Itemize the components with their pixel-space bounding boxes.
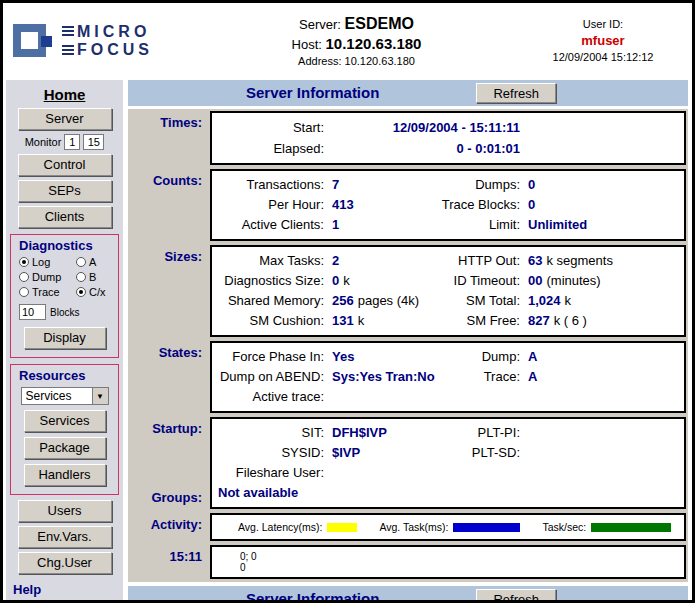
app-window: MICRO FOCUS Server: ESDEMO Host: 10.120.… [0,0,695,603]
monitor-interval-input[interactable] [64,134,80,150]
field-value: A [520,367,678,387]
refresh-button-top[interactable]: Refresh [476,83,556,103]
field-value: 0 [520,175,678,195]
control-button[interactable]: Control [18,154,112,176]
blocks-input[interactable] [19,304,46,320]
field-value [324,387,436,407]
states-box: Force Phase In: Yes Dump: A Dump on ABEN… [210,341,686,413]
server-button[interactable]: Server [18,108,112,130]
start-label: Start: [212,117,324,138]
field-value [520,387,678,407]
display-button[interactable]: Display [24,327,106,349]
radio-dot-icon [76,272,86,282]
radio-cx[interactable]: C/x [76,286,114,298]
field-value: 827k ( 6 ) [520,311,678,331]
field-label: SYSID: [212,443,324,463]
radio-dot-icon [76,287,86,297]
startup-label: Startup: [152,421,202,436]
logo-square-solid [41,36,52,47]
field-value: 413 [324,195,436,215]
field-label: Trace Blocks: [436,195,520,215]
body: Home Server Monitor Control SEPs Clients… [3,77,692,600]
sidebar: Home Server Monitor Control SEPs Clients… [6,80,123,600]
task-sec-bar-icon [591,523,671,532]
package-button[interactable]: Package [24,437,106,459]
chevron-down-icon[interactable] [92,388,108,404]
handlers-button[interactable]: Handlers [24,464,106,486]
user-id-value: mfuser [524,32,682,50]
logo-stripes-icon [62,45,74,56]
legend-label: Avg. Latency(ms): [238,521,322,533]
server-identity: Server: ESDEMO Host: 10.120.63.180 Addre… [189,14,524,69]
page-title: Server Information [246,84,379,101]
monitor-controls: Monitor [8,134,121,150]
legend-latency: Avg. Latency(ms): [238,521,357,533]
home-link[interactable]: Home [8,86,121,103]
states-row: States: Force Phase In: Yes Dump: A Dump… [130,341,686,413]
startup-box: SIT: DFH$IVP PLT-PI: SYSID: $IVP PLT-SD: [210,417,686,509]
states-row-label: States: [130,341,210,413]
field-label: PLT-SD: [436,443,520,463]
field-value: A [520,347,678,367]
groups-value: Not available [212,483,678,503]
startup-row: Startup: Groups: SIT: DFH$IVP PLT-PI: SY… [130,417,686,509]
field-label: Fileshare User: [212,463,324,483]
history-row: 15:11 0; 0 0 [130,545,686,579]
server-label: Server: [299,17,341,32]
field-value: 0 [520,195,678,215]
radio-a[interactable]: A [76,256,114,268]
history-box: 0; 0 0 [210,545,686,579]
env-vars-button[interactable]: Env.Vars. [18,526,112,548]
startup-row-label: Startup: Groups: [130,417,210,509]
field-label: SM Free: [436,311,520,331]
chg-user-button[interactable]: Chg.User [18,552,112,574]
sizes-row-label: Sizes: [130,245,210,337]
field-label: ID Timeout: [436,271,520,291]
clients-button[interactable]: Clients [18,206,112,228]
latency-bar-icon [327,523,357,532]
task-ms-bar-icon [453,523,520,532]
resources-title: Resources [13,367,116,385]
radio-dump[interactable]: Dump [19,271,76,283]
counts-box: Transactions: 7 Dumps: 0 Per Hour: 413 T… [210,169,686,241]
field-value [324,463,436,483]
radio-log[interactable]: Log [19,256,76,268]
help-section: Help Menu This [8,582,121,600]
field-value [520,463,678,483]
field-label: Force Phase In: [212,347,324,367]
resources-select[interactable]: Services [21,387,109,405]
logo-word-focus: FOCUS [77,41,153,59]
page-title-bottom: Server Information [246,590,379,603]
title-bar-top: Server Information Refresh [128,80,688,106]
monitor-count-input[interactable] [83,134,104,150]
address-value: 10.120.63.180 [345,55,415,67]
times-row: Times: Start: 12/09/2004 - 15:11:11 Elap… [130,111,686,165]
radio-dot-icon [19,257,29,267]
logo-word-micro: MICRO [77,23,150,41]
history-value: 0 [240,562,684,573]
blocks-label: Blocks [50,307,79,318]
services-button[interactable]: Services [24,410,106,432]
user-info: User ID: mfuser 12/09/2004 15:12:12 [524,17,682,64]
counts-row-label: Counts: [130,169,210,241]
refresh-button-bottom[interactable]: Refresh [476,589,556,603]
field-label: Max Tasks: [212,251,324,271]
field-value: 0k [324,271,436,291]
microfocus-logo-icon [11,20,55,62]
sizes-row: Sizes: Max Tasks: 2 HTTP Out: 63k segmen… [130,245,686,337]
logo-stripes-icon [62,26,74,37]
diagnostics-group: Diagnostics Log A Dump B Trace C/x Block… [10,234,119,358]
radio-trace[interactable]: Trace [19,286,76,298]
monitor-label: Monitor [25,136,62,148]
header-timestamp: 12/09/2004 15:12:12 [524,50,682,65]
diagnostics-title: Diagnostics [13,237,116,255]
field-value: DFH$IVP [324,423,436,443]
users-button[interactable]: Users [18,500,112,522]
resources-select-value: Services [26,389,72,403]
radio-b[interactable]: B [76,271,114,283]
logo-wordmark: MICRO FOCUS [62,23,153,60]
seps-button[interactable]: SEPs [18,180,112,202]
activity-row: Activity: Avg. Latency(ms): Avg. Task(ms… [130,513,686,541]
field-label: Active trace: [212,387,324,407]
field-label: SM Cushion: [212,311,324,331]
